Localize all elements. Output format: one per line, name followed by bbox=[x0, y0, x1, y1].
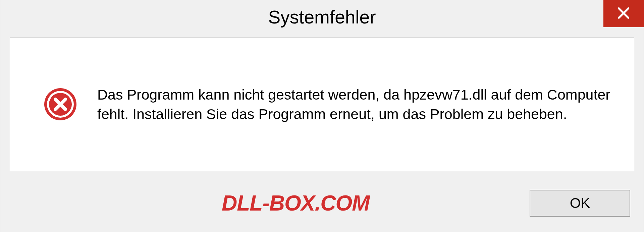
close-button[interactable] bbox=[603, 0, 644, 27]
dialog-content: Das Programm kann nicht gestartet werden… bbox=[10, 37, 634, 171]
dialog-title: Systemfehler bbox=[268, 6, 376, 28]
ok-button[interactable]: OK bbox=[530, 190, 630, 217]
close-icon bbox=[617, 6, 630, 21]
dialog-footer: DLL-BOX.COM OK bbox=[0, 175, 644, 232]
dialog-message: Das Programm kann nicht gestartet werden… bbox=[97, 85, 614, 124]
dialog-titlebar: Systemfehler bbox=[0, 0, 644, 34]
watermark-text: DLL-BOX.COM bbox=[222, 191, 370, 216]
error-icon bbox=[44, 88, 77, 121]
